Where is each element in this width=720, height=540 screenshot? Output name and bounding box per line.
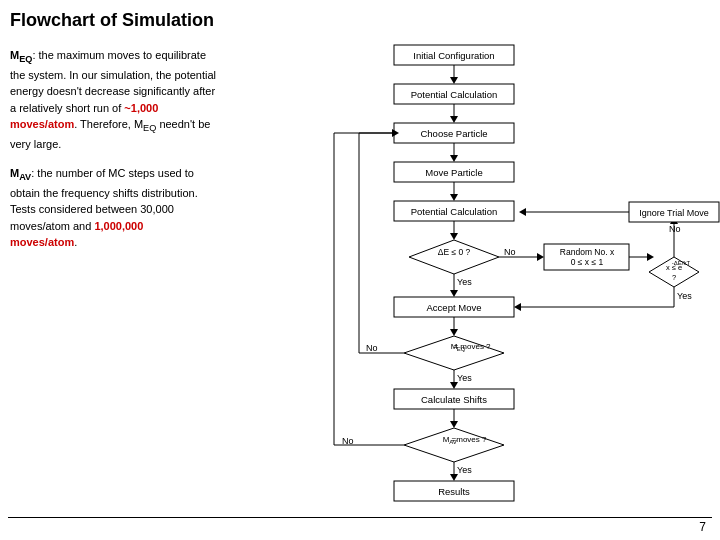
svg-marker-17: [537, 253, 544, 261]
yes-label-meq: Yes: [457, 373, 472, 383]
svg-marker-41: [450, 382, 458, 389]
ignore-move-label: Ignore Trial Move: [639, 208, 709, 218]
svg-marker-45: [404, 428, 504, 462]
svg-marker-20: [647, 253, 654, 261]
header: Flowchart of Simulation: [10, 10, 710, 31]
svg-marker-28: [450, 290, 458, 297]
svg-marker-50: [450, 474, 458, 481]
potential-calc-1-label: Potential Calculation: [411, 89, 498, 100]
random-no-label: Random No. x: [560, 247, 615, 257]
svg-marker-8: [450, 155, 458, 162]
page: Flowchart of Simulation MEQ: the maximum…: [0, 0, 720, 540]
meq-eq: = moves ?: [453, 342, 491, 351]
page-number: 7: [699, 520, 706, 534]
accept-move-label: Accept Move: [427, 302, 482, 313]
yes-label-boltzmann: Yes: [677, 291, 692, 301]
boltzmann-exp: -ΔE/kT: [672, 260, 691, 266]
bottom-divider: [8, 517, 712, 518]
para2: MAV: the number of MC steps used to obta…: [10, 165, 220, 251]
no-label-2: No: [669, 224, 681, 234]
results-label: Results: [438, 486, 470, 497]
mav-eq: =moves ?: [452, 435, 487, 444]
svg-marker-15: [409, 240, 499, 274]
boltzmann-q: ?: [672, 273, 676, 282]
svg-marker-11: [450, 194, 458, 201]
potential-calc-2-label: Potential Calculation: [411, 206, 498, 217]
yes-label-mav: Yes: [457, 465, 472, 475]
choose-particle-label: Choose Particle: [420, 128, 487, 139]
svg-marker-2: [450, 77, 458, 84]
no-label-1: No: [504, 247, 516, 257]
svg-marker-5: [450, 116, 458, 123]
delta-e-label: ΔE ≤ 0 ?: [438, 247, 471, 257]
initial-config-label: Initial Configuration: [413, 50, 494, 61]
svg-marker-26: [519, 208, 526, 216]
flowchart-svg: Initial Configuration Potential Calculat…: [239, 37, 699, 517]
no-label-meq: No: [366, 343, 378, 353]
content-area: MEQ: the maximum moves to equilibrate th…: [10, 37, 710, 530]
yes-label-1: Yes: [457, 277, 472, 287]
calculate-shifts-label: Calculate Shifts: [421, 394, 487, 405]
svg-marker-34: [450, 329, 458, 336]
left-text-column: MEQ: the maximum moves to equilibrate th…: [10, 37, 220, 530]
svg-marker-14: [450, 233, 458, 240]
para1: MEQ: the maximum moves to equilibrate th…: [10, 47, 220, 153]
flowchart-area: Initial Configuration Potential Calculat…: [228, 37, 710, 530]
page-title: Flowchart of Simulation: [10, 10, 214, 31]
move-particle-label: Move Particle: [425, 167, 483, 178]
svg-marker-32: [514, 303, 521, 311]
random-range-label: 0 ≤ x ≤ 1: [571, 257, 604, 267]
svg-marker-44: [450, 421, 458, 428]
